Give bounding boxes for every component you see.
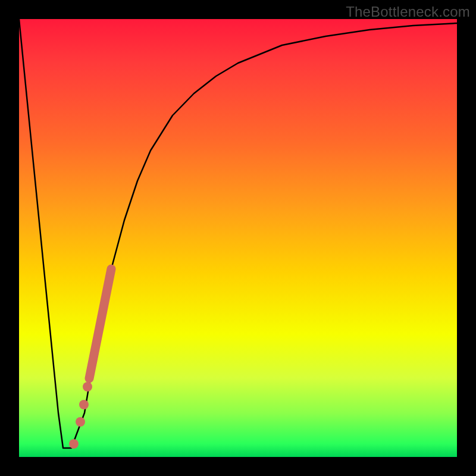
- watermark-text: TheBottleneck.com: [346, 4, 470, 20]
- chart-frame: TheBottleneck.com: [0, 0, 476, 476]
- highlight-dot: [69, 439, 79, 449]
- highlight-dot: [76, 417, 85, 427]
- highlight-dot: [83, 382, 92, 392]
- highlight-dot: [79, 400, 89, 409]
- plot-area: [19, 19, 457, 457]
- chart-svg: [19, 19, 457, 457]
- highlight-band: [89, 269, 111, 378]
